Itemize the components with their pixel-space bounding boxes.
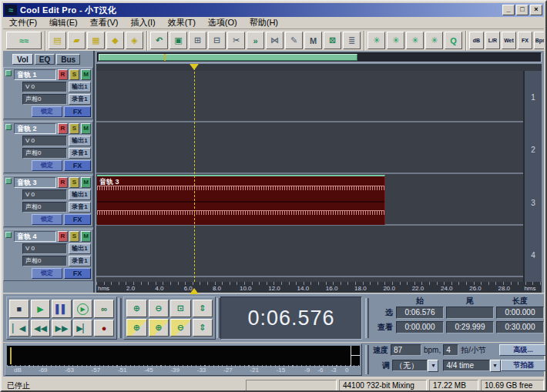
tab-eq[interactable]: EQ [35,54,55,65]
lock-button[interactable]: 锁定 [32,268,62,279]
panel-grip[interactable] [365,345,369,374]
record-arm-button[interactable]: R [58,177,68,188]
loop-button[interactable]: ∞ [94,300,114,318]
track-lane-2[interactable] [96,122,542,174]
group-clips-button[interactable]: ▣ [169,32,187,49]
menu-item[interactable]: 选项(O) [202,16,243,29]
marker-strip[interactable] [96,64,542,71]
record-input-button[interactable]: 录音1 [69,148,91,159]
bpm-field[interactable]: 87 [391,344,421,356]
lock-button[interactable]: 锁定 [32,214,62,225]
advanced-button[interactable]: 高级... [499,344,547,356]
view-end-value[interactable]: 0:29.999 [446,321,494,333]
pan-field[interactable]: 声相0 [22,256,67,266]
tab-bus[interactable]: Bus [56,54,80,65]
play-looped-button[interactable]: ▶ [73,300,93,318]
fx-button[interactable]: FX [64,268,91,279]
solo-button[interactable]: S [69,231,79,242]
selection-length-value[interactable]: 0:00.000 [496,307,544,319]
track-collapse-button[interactable] [5,178,12,184]
tab-vol[interactable]: Vol [12,54,33,65]
panel-grip[interactable] [118,298,122,338]
track-collapse-button[interactable] [5,70,12,76]
menu-item[interactable]: 帮助(H) [243,16,284,29]
selection-start-value[interactable]: 0:06.576 [396,307,444,319]
open-file-button[interactable]: ▰ [68,32,86,49]
fx-button[interactable]: FX [64,106,91,117]
output-button[interactable]: 输出1 [69,136,91,146]
track-name-field[interactable]: 音轨 3 [14,177,56,188]
fast-forward-button[interactable]: ▶▶ [52,320,72,337]
restore-button[interactable]: □ [516,5,529,15]
record-arm-button[interactable]: R [58,123,68,134]
fx-wet-dry-button[interactable]: ✳ [387,32,404,49]
view-length-value[interactable]: 0:30.000 [496,321,544,333]
fx-button[interactable]: FX [64,160,91,171]
edit-waveform-view-button[interactable]: ≈≈ [6,32,42,49]
fx-apply-button[interactable]: Q [445,32,462,49]
zoom-vertical-out-button[interactable]: ⇕ [193,319,213,337]
mute-button[interactable]: M [81,177,91,188]
volume-field[interactable]: V 0 [22,243,67,254]
crossfade-button[interactable]: ⋈ [266,32,284,49]
rewind-button[interactable]: ◀◀ [31,320,51,337]
undo-button[interactable]: ↶ [150,32,168,49]
envelope-wet-button[interactable]: Wet [502,32,516,49]
menu-item[interactable]: 文件(F) [3,16,43,29]
output-button[interactable]: 输出1 [69,243,91,254]
mute-button[interactable]: M [81,69,91,80]
track-name-field[interactable]: 音轨 2 [14,123,56,134]
output-button[interactable]: 输出1 [69,82,91,92]
save-button[interactable]: ◆ [106,32,124,49]
zoom-left-edge-button[interactable]: ⊕ [149,319,169,337]
record-arm-button[interactable]: R [58,231,68,242]
panel-grip[interactable] [365,298,369,338]
volume-field[interactable]: V 0 [22,82,67,92]
minimize-button[interactable]: _ [502,5,515,15]
menu-item[interactable]: 插入(I) [124,16,161,29]
chevron-down-icon[interactable]: ▼ [490,360,501,372]
level-meter[interactable]: dB-69-63-57-51-45-39-33-27-21-15-9-6-30 [5,343,362,376]
zoom-right-edge-button[interactable]: ⊖ [170,319,191,337]
fx-rack-button[interactable]: ✳ [367,32,385,49]
horizontal-scrollbar[interactable] [97,52,542,62]
mute-clip-button[interactable]: M [304,32,322,49]
cut-button[interactable]: ✂ [227,32,245,49]
audio-clip[interactable]: 音轨 3 [97,175,385,225]
fx-quantize-button[interactable]: ✳ [425,32,443,49]
lock-button[interactable]: 锁定 [32,106,62,117]
zoom-full-button[interactable]: ⊡ [170,300,191,317]
close-button[interactable]: × [530,5,542,15]
stop-button[interactable]: ■ [9,300,29,318]
solo-button[interactable]: S [69,177,79,188]
track-name-field[interactable]: 音轨 4 [14,231,56,242]
go-to-start-button[interactable]: ▏◀ [9,320,29,337]
zoom-in-button[interactable]: ⊕ [126,300,147,317]
selection-end-value[interactable] [446,307,494,319]
fx-button[interactable]: FX [64,214,91,225]
menu-item[interactable]: 编辑(E) [43,16,84,29]
envelope-volume-button[interactable]: dB [469,32,484,49]
envelope-fx-button[interactable]: FX [518,32,532,49]
zoom-vertical-in-button[interactable]: ⇕ [193,300,213,317]
pan-field[interactable]: 声相0 [22,94,67,105]
record-arm-button[interactable]: R [58,69,68,80]
record-button[interactable]: ● [94,320,114,337]
time-ruler[interactable]: hms2.04.06.08.010.012.014.016.018.020.02… [96,282,542,293]
metronome-button[interactable]: 节拍器 [501,360,547,371]
envelope-tempo-button[interactable]: Bpm [534,32,544,49]
import-file-button[interactable]: ▦ [87,32,105,49]
time-display[interactable]: 0:06.576 [220,297,362,340]
lock-clip-button[interactable]: ⊠ [324,32,341,49]
record-input-button[interactable]: 录音1 [69,94,91,105]
save-as-button[interactable]: ◈ [126,32,143,49]
solo-button[interactable]: S [69,69,79,80]
zoom-out-button[interactable]: ⊖ [149,300,169,317]
pan-field[interactable]: 声相0 [22,148,67,159]
time-signature-dropdown[interactable]: 4/4 time ▼ [443,360,500,372]
go-to-end-button[interactable]: ▶▏ [73,320,93,337]
playhead-marker-bottom-icon[interactable] [190,288,199,294]
title-bar[interactable]: ≈ Cool Edit Pro - 小T汉化 _ □ × [3,3,544,17]
menu-item[interactable]: 效果(T) [162,16,202,29]
beats-per-bar-field[interactable]: 4 [443,344,458,356]
